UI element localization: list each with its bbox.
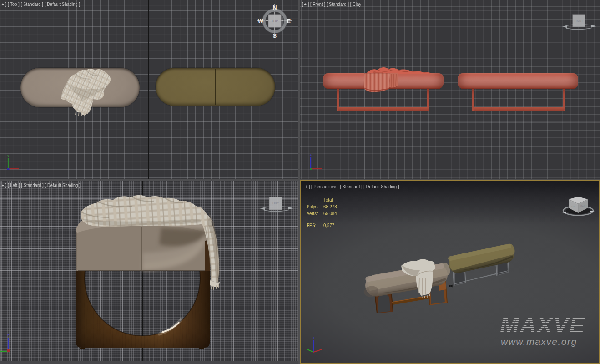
svg-text:z: z: [313, 335, 314, 339]
svg-text:HT: HT: [572, 205, 575, 208]
svg-text:RIGHT: RIGHT: [580, 204, 587, 207]
svg-text:E: E: [287, 18, 291, 25]
svg-text:y: y: [7, 153, 9, 157]
svg-text:N: N: [272, 5, 277, 11]
svg-text:z: z: [7, 333, 9, 337]
svg-text:W: W: [258, 18, 263, 25]
svg-text:FRONT: FRONT: [575, 20, 583, 22]
svg-text:TOP: TOP: [272, 20, 278, 23]
svg-text:LEFT: LEFT: [272, 202, 279, 205]
svg-text:S: S: [273, 33, 277, 38]
svg-text:z: z: [310, 152, 312, 157]
